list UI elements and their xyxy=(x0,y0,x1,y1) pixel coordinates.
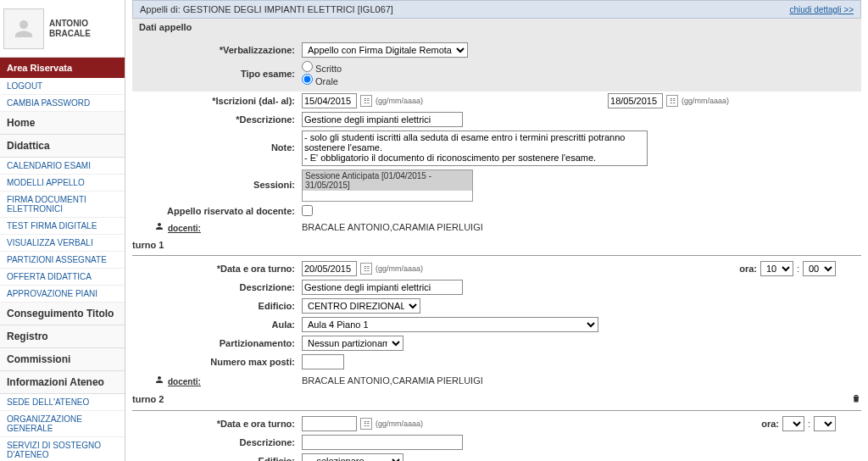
page-title-bar: Appelli di: GESTIONE DEGLI IMPIANTI ELET… xyxy=(132,0,861,19)
lbl-data-ora: *Data e ora turno: xyxy=(217,264,295,274)
lbl-edificio: Edificio: xyxy=(259,301,295,311)
calendar-icon[interactable]: ☷ xyxy=(360,263,372,275)
nav-approvazione-piani[interactable]: APPROVAZIONE PIANI xyxy=(0,286,125,303)
turno2-descrizione-input[interactable] xyxy=(302,435,463,450)
radio-scritto-label: Scritto xyxy=(302,61,342,74)
main-content: Appelli di: GESTIONE DEGLI IMPIANTI ELET… xyxy=(125,0,868,461)
divider xyxy=(132,255,861,256)
area-riservata-head: Area Riservata xyxy=(0,58,125,78)
date-hint: (gg/mm/aaaa) xyxy=(682,97,729,105)
sessione-option[interactable]: Sessione Anticipata [01/04/2015 - 31/05/… xyxy=(303,170,472,191)
turno1-data-input[interactable] xyxy=(302,261,357,276)
turno1-head: turno 1 xyxy=(132,236,861,252)
note-textarea[interactable]: - solo gli studenti iscritti alla seduta… xyxy=(302,131,648,166)
descrizione-input[interactable] xyxy=(302,112,463,127)
turno1-aula-select[interactable]: Aula 4 Piano 1 xyxy=(302,317,598,332)
trash-icon[interactable] xyxy=(851,393,861,405)
lbl-max-posti: Numero max posti: xyxy=(210,357,295,367)
nav-visualizza-verbali[interactable]: VISUALIZZA VERBALI xyxy=(0,235,125,252)
lbl-riservato: Appello riservato al docente: xyxy=(167,206,295,216)
radio-scritto[interactable] xyxy=(302,61,313,72)
logout-link[interactable]: LOGOUT xyxy=(0,78,125,95)
nav-info-ateneo[interactable]: Informazioni Ateneo xyxy=(0,371,125,394)
nav-conseguimento[interactable]: Conseguimento Titolo xyxy=(0,303,125,325)
turno1-docenti-value: BRACALE ANTONIO,CARAMIA PIERLUIGI xyxy=(302,375,483,386)
nav-calendario-esami[interactable]: CALENDARIO ESAMI xyxy=(0,158,125,175)
verbalizzazione-select[interactable]: Appello con Firma Digitale Remota xyxy=(302,42,468,58)
lbl-note: Note: xyxy=(271,142,295,153)
lbl-edificio: Edificio: xyxy=(259,456,295,461)
calendar-icon[interactable]: ☷ xyxy=(360,95,372,107)
avatar xyxy=(3,8,44,49)
user-name: ANTONIOBRACALE xyxy=(44,19,91,39)
nav-registro[interactable]: Registro xyxy=(0,325,125,348)
calendar-icon[interactable]: ☷ xyxy=(666,95,678,107)
turno2-head: turno 2 xyxy=(132,390,861,407)
radio-orale[interactable] xyxy=(302,74,313,85)
nav-partizioni[interactable]: PARTIZIONI ASSEGNATE xyxy=(0,252,125,269)
nav-commissioni[interactable]: Commissioni xyxy=(0,348,125,371)
dati-appello-panel: *Verbalizzazione: Appello con Firma Digi… xyxy=(132,36,861,92)
turno1-ora-h[interactable]: 10 xyxy=(760,261,793,276)
lbl-descrizione: *Descrizione: xyxy=(236,114,295,125)
nav-modelli-appello[interactable]: MODELLI APPELLO xyxy=(0,175,125,192)
nav-didattica[interactable]: Didattica xyxy=(0,135,125,158)
lbl-sessioni: Sessioni: xyxy=(253,180,295,190)
cambia-password-link[interactable]: CAMBIA PASSWORD xyxy=(0,95,125,112)
divider xyxy=(132,410,861,411)
sidebar: ANTONIOBRACALE Area Riservata LOGOUT CAM… xyxy=(0,0,125,461)
page-title: Appelli di: GESTIONE DEGLI IMPIANTI ELET… xyxy=(140,4,393,14)
person-icon xyxy=(154,221,164,231)
iscrizioni-al-input[interactable] xyxy=(608,93,663,108)
lbl-docenti[interactable]: docenti: xyxy=(168,377,201,386)
turno2-ora-h[interactable] xyxy=(782,416,804,431)
date-hint: (gg/mm/aaaa) xyxy=(376,97,423,105)
turno2-edificio-select[interactable]: -- selezionare -- xyxy=(302,453,403,461)
calendar-icon[interactable]: ☷ xyxy=(360,418,372,430)
dati-appello-head: Dati appello xyxy=(132,19,861,36)
person-icon xyxy=(154,375,164,385)
iscrizioni-dal-input[interactable] xyxy=(302,93,357,108)
chiudi-dettagli-link[interactable]: chiudi dettagli >> xyxy=(789,5,854,14)
nav-sede-ateneo[interactable]: SEDE DELL'ATENEO xyxy=(0,394,125,411)
nav-organizzazione[interactable]: ORGANIZZAZIONE GENERALE xyxy=(0,411,125,437)
docenti-value: BRACALE ANTONIO,CARAMIA PIERLUIGI xyxy=(302,222,483,232)
lbl-data-ora: *Data e ora turno: xyxy=(217,419,295,429)
riservato-checkbox[interactable] xyxy=(302,205,313,216)
lbl-partizionamento: Partizionamento: xyxy=(220,338,295,348)
lbl-ora: ora: xyxy=(761,419,779,429)
date-hint: (gg/mm/aaaa) xyxy=(376,264,423,273)
sessioni-listbox[interactable]: Sessione Anticipata [01/04/2015 - 31/05/… xyxy=(302,169,473,202)
user-box: ANTONIOBRACALE xyxy=(0,0,125,58)
lbl-iscrizioni: *Iscrizioni (dal- al): xyxy=(212,96,295,106)
turno1-part-select[interactable]: Nessun partizionamento xyxy=(302,336,403,351)
turno1-descrizione-input[interactable] xyxy=(302,280,463,295)
nav-test-firma[interactable]: TEST FIRMA DIGITALE xyxy=(0,218,125,235)
nav-servizi-sostegno[interactable]: SERVIZI DI SOSTEGNO D'ATENEO xyxy=(0,437,125,461)
lbl-tipo-esame: Tipo esame: xyxy=(241,69,295,79)
date-hint: (gg/mm/aaaa) xyxy=(376,419,423,428)
lbl-descrizione2: Descrizione: xyxy=(240,282,295,292)
turno1-maxposti-input[interactable] xyxy=(302,354,344,369)
nav-offerta-didattica[interactable]: OFFERTA DIDATTICA xyxy=(0,269,125,286)
radio-orale-label: Orale xyxy=(302,74,338,86)
lbl-aula: Aula: xyxy=(272,319,296,330)
lbl-ora: ora: xyxy=(739,264,757,274)
lbl-verbalizzazione: *Verbalizzazione: xyxy=(220,45,295,55)
nav-firma-documenti[interactable]: FIRMA DOCUMENTI ELETTRONICI xyxy=(0,192,125,218)
turno1-ora-m[interactable]: 00 xyxy=(803,261,836,276)
turno1-edificio-select[interactable]: CENTRO DIREZIONALE xyxy=(302,298,420,314)
lbl-descrizione2: Descrizione: xyxy=(240,437,295,447)
turno2-data-input[interactable] xyxy=(302,416,357,431)
turno2-ora-m[interactable] xyxy=(814,416,836,431)
nav-home[interactable]: Home xyxy=(0,112,125,135)
lbl-docenti[interactable]: docenti: xyxy=(168,224,201,233)
